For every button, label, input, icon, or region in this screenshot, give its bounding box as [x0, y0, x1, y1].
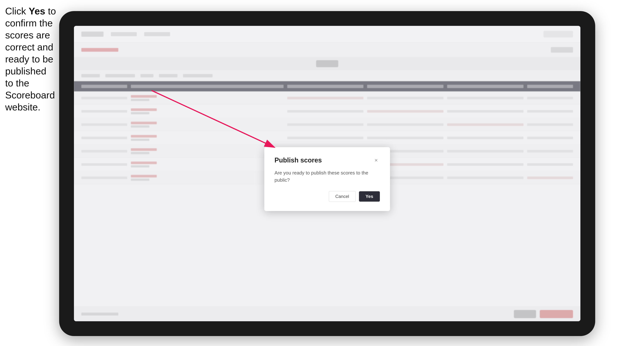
modal-title: Publish scores	[274, 156, 322, 164]
tablet-device: Publish scores × Are you ready to publis…	[59, 11, 595, 336]
modal-header: Publish scores ×	[274, 156, 380, 164]
modal-footer: Cancel Yes	[274, 191, 380, 202]
modal-close-button[interactable]: ×	[372, 157, 380, 164]
instruction-part2: to confirm the scores are correct and re…	[5, 6, 56, 112]
modal-body-text: Are you ready to publish these scores to…	[274, 169, 380, 184]
modal-overlay: Publish scores × Are you ready to publis…	[74, 26, 580, 321]
instruction-part1: Click	[5, 6, 29, 16]
instruction-bold: Yes	[29, 6, 45, 16]
publish-scores-dialog: Publish scores × Are you ready to publis…	[264, 147, 390, 211]
instruction-text: Click Yes to confirm the scores are corr…	[5, 5, 57, 113]
tablet-screen: Publish scores × Are you ready to publis…	[74, 26, 580, 321]
yes-button[interactable]: Yes	[359, 191, 380, 202]
cancel-button[interactable]: Cancel	[329, 191, 356, 202]
